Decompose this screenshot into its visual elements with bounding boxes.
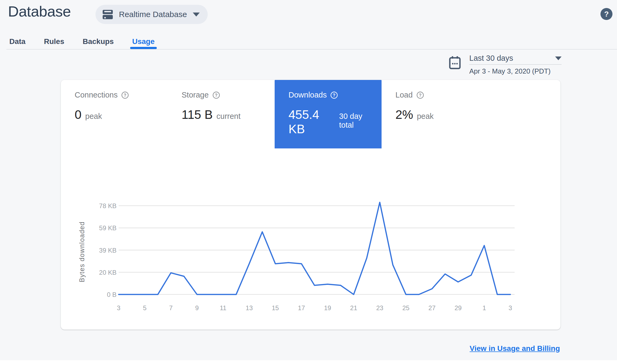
tab-data[interactable]: Data: [7, 34, 28, 49]
x-tick-label: 25: [402, 304, 410, 312]
x-tick-label: 27: [428, 304, 436, 312]
database-instance-selector[interactable]: Realtime Database: [95, 5, 208, 24]
tab-backups[interactable]: Backups: [81, 34, 116, 49]
x-tick-label: 21: [350, 304, 357, 312]
x-tick-label: 17: [298, 304, 305, 312]
x-tick-label: 1: [482, 304, 486, 312]
x-tick-label: 23: [376, 304, 383, 312]
date-range-preset: Last 30 days: [469, 54, 513, 63]
date-range-preset-row[interactable]: Last 30 days: [469, 52, 562, 65]
tab-label: Backups: [83, 37, 114, 46]
x-tick-label: 13: [246, 304, 253, 312]
chevron-down-icon: [193, 13, 200, 17]
usage-card: Connections ? 0 peak Storage ? 115 B cur…: [61, 80, 560, 330]
x-tick-label: 29: [455, 304, 462, 312]
x-tick-label: 19: [324, 304, 331, 312]
y-tick-label: 0 B: [107, 291, 117, 298]
x-tick-label: 15: [272, 304, 279, 312]
date-range-chevron-down-icon: [555, 56, 562, 60]
x-tick-label: 5: [143, 304, 146, 312]
tab-label: Data: [9, 37, 26, 46]
tab-label: Rules: [44, 37, 64, 46]
tab-rules[interactable]: Rules: [42, 34, 66, 49]
x-tick-label: 3: [508, 304, 512, 312]
downloads-line-chart: 0 B20 KB39 KB59 KB78 KB35791113151719212…: [61, 80, 560, 330]
y-tick-label: 39 KB: [99, 247, 117, 254]
tab-usage[interactable]: Usage: [130, 34, 157, 49]
y-tick-label: 78 KB: [99, 202, 117, 209]
tab-bar: DataRulesBackupsUsage: [6, 34, 617, 50]
help-glyph: ?: [604, 10, 609, 18]
bottom-strip: [0, 360, 617, 364]
downloads-series-line: [119, 202, 510, 294]
y-axis-title: Bytes downloaded: [78, 221, 86, 282]
database-icon: [102, 9, 113, 19]
help-button[interactable]: ?: [600, 8, 612, 20]
calendar-icon: [449, 56, 461, 70]
database-usage-page: Database Realtime Database ? DataRulesBa…: [0, 0, 617, 364]
x-tick-label: 11: [220, 304, 226, 312]
page-title: Database: [8, 3, 71, 20]
y-tick-label: 59 KB: [99, 224, 117, 232]
x-tick-label: 7: [169, 304, 173, 312]
x-tick-label: 3: [117, 304, 120, 312]
y-tick-label: 20 KB: [99, 269, 117, 276]
date-range-detail: Apr 3 - May 3, 2020 (PDT): [469, 67, 551, 75]
usage-billing-link[interactable]: View in Usage and Billing: [470, 344, 560, 353]
x-tick-label: 9: [195, 304, 199, 312]
database-selector-label: Realtime Database: [119, 10, 187, 19]
tab-label: Usage: [132, 37, 155, 46]
